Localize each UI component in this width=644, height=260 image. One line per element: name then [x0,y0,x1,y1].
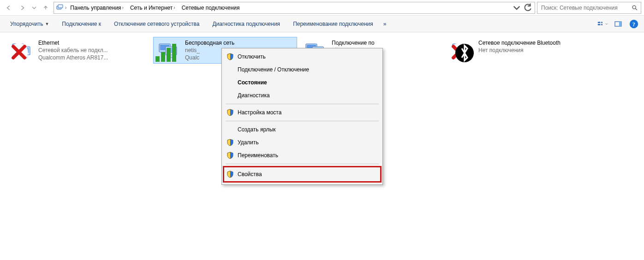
view-options-button[interactable] [597,18,608,30]
breadcrumb-label: Сетевые подключения [182,5,240,11]
nav-forward-button[interactable] [17,2,29,14]
search-input[interactable] [540,4,629,12]
address-history-button[interactable] [512,3,522,13]
context-menu-separator [226,104,379,104]
context-menu-item[interactable]: Переименовать [223,149,382,162]
bluetooth-icon [453,43,476,63]
chevron-right-icon[interactable]: › [173,5,175,10]
address-bar: › Панель управления› Сеть и Интернет› Се… [0,0,644,16]
chevron-right-icon[interactable]: › [122,5,124,10]
uac-shield-icon [227,53,234,60]
breadcrumb-label: Панель управления [70,5,121,11]
context-menu-label: Переименовать [238,152,278,159]
organize-label: Упорядочить [10,21,43,27]
command-bar: Упорядочить ▼ Подключение к Отключение с… [0,16,644,32]
diagnose-button[interactable]: Диагностика подключения [207,18,286,30]
context-menu-item[interactable]: Свойства [223,166,382,183]
preview-pane-button[interactable] [613,18,624,30]
rename-button[interactable]: Переименование подключения [287,18,379,30]
refresh-button[interactable] [523,3,533,13]
uac-shield-icon [227,171,234,178]
chevron-right-icon[interactable]: › [65,5,66,10]
breadcrumb-segment[interactable]: Сетевые подключения [179,2,243,13]
context-menu-label: Свойства [238,171,262,177]
search-box[interactable] [537,2,641,14]
context-menu-item[interactable]: Создать ярлык [223,123,382,136]
connection-text: EthernetСетевой кабель не подкл...Qualco… [38,39,108,62]
help-button[interactable] [628,18,639,30]
breadcrumb-segment[interactable]: Панель управления› [67,2,126,13]
context-menu-label: Диагностика [238,92,270,99]
context-menu-item[interactable]: Отключить [223,50,382,63]
connection-text: Сетевое подключение BluetoothНет подключ… [478,39,561,54]
context-menu-item[interactable]: Подключение / Отключение [223,63,382,76]
uac-shield-icon [227,152,234,159]
overflow-button[interactable]: » [381,18,389,30]
breadcrumb-label: Сеть и Интернет [130,5,173,11]
nav-back-button[interactable] [3,2,15,14]
context-menu-item[interactable]: Настройка моста [223,106,382,119]
disconnected-icon [8,42,30,62]
connection-device: Qualcomm Atheros AR817... [38,54,108,61]
connection-item[interactable]: Сетевое подключение BluetoothНет подключ… [447,37,590,64]
recent-locations-button[interactable] [30,2,38,14]
connection-status: Сетевой кабель не подкл... [38,47,108,54]
connection-title: Ethernet [38,39,108,47]
breadcrumb-bar[interactable]: › Панель управления› Сеть и Интернет› Се… [54,2,535,14]
context-menu-separator [226,121,379,121]
location-icon [56,4,64,12]
network-adapter-icon [450,39,474,61]
network-adapter-icon [156,39,180,61]
connection-status: Нет подключения [478,47,561,54]
search-icon [632,5,638,11]
context-menu-label: Подключение / Отключение [238,66,309,73]
caret-down-icon: ▼ [45,22,49,26]
nav-up-button[interactable] [40,2,52,14]
context-menu-label: Настройка моста [238,109,281,116]
connection-title: Сетевое подключение Bluetooth [478,39,561,47]
context-menu-item[interactable]: Диагностика [223,89,382,102]
context-menu-label: Состояние [238,79,267,86]
context-menu: ОтключитьПодключение / ОтключениеСостоян… [221,48,383,185]
connection-title: Подключение по [332,39,379,47]
network-adapter-icon [10,39,34,61]
context-menu-label: Отключить [238,53,266,60]
breadcrumb-segment[interactable]: Сеть и Интернет› [127,2,178,13]
signal-icon [155,42,178,62]
uac-shield-icon [227,139,234,146]
connect-to-button[interactable]: Подключение к [56,18,107,30]
context-menu-item[interactable]: Состояние [223,76,382,89]
context-menu-item[interactable]: Удалить [223,136,382,149]
connection-title: Беспроводная сеть [185,39,234,47]
connection-item[interactable]: EthernetСетевой кабель не подкл...Qualco… [6,37,150,64]
context-menu-label: Удалить [238,139,259,146]
organize-button[interactable]: Упорядочить ▼ [5,18,54,30]
context-menu-separator [226,164,379,164]
uac-shield-icon [227,109,234,116]
context-menu-label: Создать ярлык [238,126,276,133]
disable-device-button[interactable]: Отключение сетевого устройства [108,18,205,30]
